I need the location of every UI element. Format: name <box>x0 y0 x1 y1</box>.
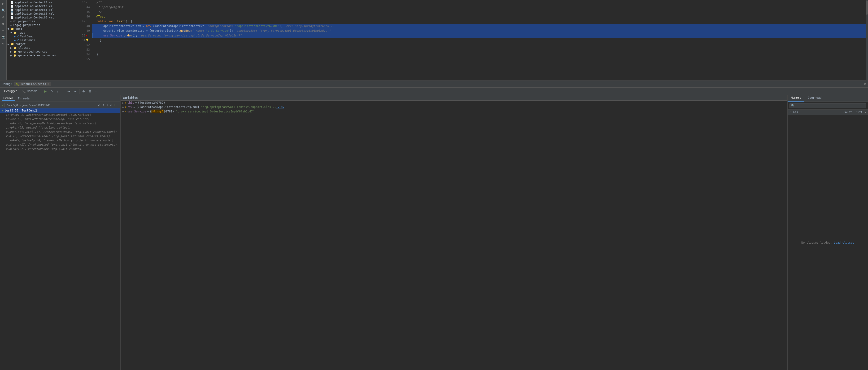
thread-select[interactable]: "main"@1 in group "main": RUNNING <box>4 103 101 107</box>
mute-breakpoints-button[interactable]: ⊘ <box>81 89 86 93</box>
reload-icon[interactable]: ↺ <box>1 14 6 20</box>
record-icon[interactable]: ● <box>1 21 6 26</box>
debug-toolbar: Debugger >_ Console ▶ ↷ ↓ ↑ ⇥ ✏ ⊘ ⊞ ≡ <box>0 88 868 95</box>
frames-tab-button[interactable]: Frames <box>2 96 15 101</box>
class-icon: ▶ C <box>14 35 19 38</box>
table-button[interactable]: ⊞ <box>87 89 93 93</box>
file-tree-folder[interactable]: ▶ 📁 target <box>7 42 80 46</box>
code-line-43: /** <box>95 0 866 5</box>
snapshot-icon[interactable]: 📷 <box>1 34 6 39</box>
file-tree: 📄 applicationContext2.xml 📄 applicationC… <box>7 0 80 80</box>
variables-panel: Variables ▶ ≡ this = {TestDemo2@2782} ▶ … <box>121 95 787 370</box>
step-over-button[interactable]: ↷ <box>49 89 54 93</box>
resume-button[interactable]: ▶ <box>43 89 48 93</box>
scroll-thumb[interactable] <box>866 0 868 15</box>
frame-item-active[interactable]: ▶ test3:50, TestDemo2 <box>0 108 120 113</box>
file-tree-item[interactable]: 📄 applicationContext5.xml <box>7 12 80 16</box>
frame-item[interactable]: invoke:43, DelegatingMethodAccessorImpl … <box>0 121 120 125</box>
code-line-45: */ <box>95 9 866 14</box>
xml-file-icon: 📄 <box>10 12 14 16</box>
file-tree-folder[interactable]: ▼ 📁 test <box>7 27 80 31</box>
load-classes-link[interactable]: Load classes <box>834 241 854 244</box>
variable-item-ctx[interactable]: ▶ ≡ ctx = {ClassPathXmlApplicationContex… <box>121 105 787 109</box>
file-tree-folder[interactable]: ▶ 📁 generated-test-sources <box>7 54 80 57</box>
move-up-button[interactable]: ↑ <box>102 103 105 107</box>
file-tree-folder[interactable]: ▼ 📁 java <box>7 31 80 34</box>
memory-search-input[interactable] <box>789 103 866 108</box>
frame-item[interactable]: runLeaf:271, ParentRunner (org.junit.run… <box>0 147 120 151</box>
move-down-button[interactable]: ↓ <box>106 103 109 107</box>
frame-item[interactable]: invokeExplosively:44, FrameworkMethod (o… <box>0 138 120 143</box>
frame-item[interactable]: invoke:62, NativeMethodAccessorImpl (sun… <box>0 117 120 121</box>
frames-toolbar: Frames Threads <box>0 95 120 102</box>
file-tree-folder[interactable]: ▶ 📁 classes <box>7 46 80 50</box>
code-content[interactable]: /** * spring动态代理 */ @Test <box>95 0 866 80</box>
edit-icon[interactable]: ✏ <box>1 27 6 33</box>
code-line-49: OrderService userService = ( OrderServic… <box>95 28 866 33</box>
expand-arrow-icon[interactable]: ▶ <box>122 110 124 113</box>
bottom-section: Frames Threads ✓ "main"@1 in group "main… <box>0 95 868 370</box>
warning-icon: 💡 <box>86 38 89 42</box>
count-column-header: Count <box>835 111 852 114</box>
debug-session-tab[interactable]: 🐛 TestDemo2.test3 × <box>14 82 51 86</box>
thread-dropdown-row: ✓ "main"@1 in group "main": RUNNING ↑ ↓ … <box>0 102 120 108</box>
file-tree-class[interactable]: ▶ C TestDemo2 <box>7 38 80 42</box>
frame-item[interactable]: invoke0:-1, NativeMethodAccessorImpl (su… <box>0 113 120 117</box>
class-icon: ▶ C <box>14 39 19 42</box>
more-button[interactable]: ≡ <box>94 89 98 93</box>
sort-arrow-icon[interactable]: ▼ <box>865 111 866 114</box>
memory-content: Class Count Diff ▼ No classes loaded. Lo… <box>787 102 868 370</box>
frames-panel: Frames Threads ✓ "main"@1 in group "main… <box>0 95 121 370</box>
step-out-button[interactable]: ↑ <box>61 89 65 93</box>
file-tree-item[interactable]: ⚙ db.properties <box>7 20 80 23</box>
frame-item[interactable]: run:12, ReflectiveCallable (org.junit.in… <box>0 134 120 138</box>
filter-button[interactable]: ▽ <box>110 103 112 107</box>
properties-file-icon: ⚙ <box>10 24 12 27</box>
code-line-55 <box>95 57 866 61</box>
tab-console-button[interactable]: >_ Console <box>20 88 40 94</box>
file-tree-item[interactable]: 📄 applicationContext6.xml <box>7 16 80 20</box>
frame-item[interactable]: invoke:498, Method (java.lang.reflect) <box>0 125 120 130</box>
userservice-string-value: "proxy.service.impl.OrderServiceImpl@67a… <box>176 110 254 113</box>
folder-icon: ▼ 📁 <box>7 27 14 31</box>
frame-item[interactable]: runReflectiveCall:47, FrameworkMethod$1 … <box>0 130 120 134</box>
memory-tab-button[interactable]: Memory <box>787 95 804 102</box>
remove-button[interactable]: − <box>116 103 119 107</box>
file-tree-folder[interactable]: ▶ 📁 generated-sources <box>7 50 80 54</box>
memory-body: No classes loaded. Load classes <box>787 115 868 370</box>
evaluate-button[interactable]: ✏ <box>72 89 78 93</box>
console-icon: >_ <box>23 90 26 92</box>
expand-arrow-icon[interactable]: ▶ <box>122 102 124 104</box>
variable-item-userservice[interactable]: ▶ ≡ userService = { $Proxy6 @2781} "prox… <box>121 109 787 114</box>
ctx-string-value: "org.springframework.context.support.Cla… <box>201 105 276 109</box>
breakpoint-icon[interactable]: ● <box>86 33 87 38</box>
run-to-cursor-button[interactable]: ⇥ <box>66 89 71 93</box>
variable-item-this[interactable]: ▶ ≡ this = {TestDemo2@2782} <box>121 101 787 105</box>
step-into-button[interactable]: ↓ <box>55 89 60 93</box>
frame-item[interactable]: evaluate:17, InvokeMethod (org.junit.int… <box>0 143 120 147</box>
overhead-tab-button[interactable]: Overhead <box>804 95 825 102</box>
settings-icon[interactable]: ⚙ <box>1 41 6 46</box>
file-tree-item[interactable]: 📄 applicationContext4.xml <box>7 8 80 12</box>
file-tree-item[interactable]: ⚙ log4j.properties <box>7 23 80 27</box>
file-tree-item[interactable]: 📄 applicationContext2.xml <box>7 0 80 4</box>
threads-tab-button[interactable]: Threads <box>16 96 31 101</box>
inspect-icon[interactable]: 🔍 <box>1 7 6 13</box>
code-line-52 <box>95 42 866 47</box>
memory-table-header: Class Count Diff ▼ <box>787 110 868 115</box>
add-button[interactable]: + <box>113 103 115 107</box>
file-tree-class[interactable]: ▶ C TestDemo <box>7 34 80 38</box>
tab-debugger-button[interactable]: Debugger <box>2 88 19 94</box>
frames-list: ▶ test3:50, TestDemo2 invoke0:-1, Native… <box>0 108 120 370</box>
debug-bar: Debug: 🐛 TestDemo2.test3 × ⚙ <box>0 81 868 88</box>
diff-column-header: Diff ▼ <box>852 111 866 114</box>
file-tree-item[interactable]: 📄 applicationContext3.xml <box>7 4 80 8</box>
scroll-track[interactable] <box>866 0 868 80</box>
close-tab-button[interactable]: × <box>48 83 49 85</box>
settings-gear-icon[interactable]: ⚙ <box>864 82 866 86</box>
arrow-marker-icon: ↻ <box>86 19 87 24</box>
sidebar-icons: ▶ 🔍 ↺ ● ✏ 📷 ⚙ <box>0 0 7 80</box>
view-link[interactable]: View <box>276 106 284 109</box>
expand-arrow-icon[interactable]: ▶ <box>122 106 124 108</box>
run-icon[interactable]: ▶ <box>1 1 6 6</box>
